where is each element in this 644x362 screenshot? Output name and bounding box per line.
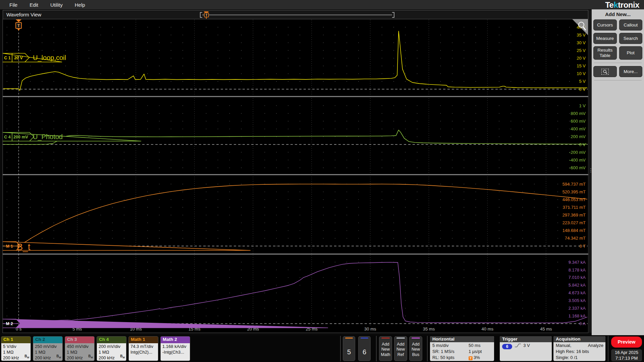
sidebar-button-search[interactable]: Search [619,33,643,44]
add-new-bus-button[interactable]: AddNewBus [409,336,422,361]
grid-dot [229,238,230,239]
grid-dot [288,121,288,122]
grid-dot [475,230,476,231]
grid-dot [241,73,242,74]
grid-dot [405,121,406,122]
grid-dot [511,58,511,59]
grid-dot [300,262,300,262]
grid-dot [464,246,464,246]
grid-dot [417,66,418,66]
grid-dot [405,35,406,35]
channel-badge-ch4[interactable]: Ch 4200 mV/div1 MΩ200 kHzBW [97,336,126,361]
grid-dot [335,105,335,106]
grid-dot [241,27,242,27]
grid-dot [499,199,499,200]
grid-dot [30,223,31,223]
more-button[interactable]: More... [619,66,643,77]
grid-dot [534,113,535,114]
grid-dot [511,136,511,137]
sidebar-button-results-table[interactable]: Results Table [593,46,617,60]
grid-dot [557,277,558,278]
bottombar-divider [608,336,608,361]
y-tick-ch1: 10 V [577,71,586,76]
grid-dot [276,246,277,246]
grid-dot [464,58,464,59]
grid-dot [100,152,101,153]
preview-button[interactable]: Preview [611,337,642,348]
grid-dot [405,191,406,192]
grid-dot [42,191,43,192]
probe-button-6[interactable]: 6 [358,336,371,361]
sidebar-button-plot[interactable]: Plot [619,46,643,60]
menu-file[interactable]: File [5,2,22,8]
grid-dot [475,269,476,270]
record-view-left-bracket[interactable] [200,12,202,17]
grid-dot [346,73,347,74]
grid-dot [159,316,160,316]
grid-dot [475,81,476,82]
grid-dot [112,269,113,270]
grid-dot [171,121,171,122]
grid-dot [358,81,359,82]
grid-dot [124,238,124,239]
channel-badge-math1[interactable]: Math 174.3 mT/divIntg(Ch2)... [128,336,158,361]
grid-dot [522,215,523,216]
channel-badge-ch3[interactable]: Ch 3450 mV/div1 MΩ200 kHzBW [65,336,95,361]
sidebar-button-cursors[interactable]: Cursors [593,19,617,31]
grid-dot [42,262,43,262]
zoom-select-button[interactable] [593,66,617,77]
grid-dot [171,144,171,145]
menu-utility[interactable]: Utility [46,2,67,8]
grid-dot [569,66,570,66]
menu-help[interactable]: Help [70,2,90,8]
grid-dot [42,184,43,184]
grid-dot [464,215,464,216]
record-view-scrollbar[interactable]: T [195,10,403,19]
panel-splitter-grip[interactable]: ⋮ [588,10,592,333]
y-tick-m1: 148.684 mT [562,228,586,233]
channel-badge-math2[interactable]: Math 21.168 kA/div-Intg(Ch3... [160,336,190,361]
grid-dot [323,43,324,43]
grid-dot [511,277,511,278]
channel-badge-ch2[interactable]: Ch 2250 mV/div1 MΩ200 kHzBW [33,336,63,361]
menu-edit[interactable]: Edit [25,2,43,8]
grid-dot [112,129,113,129]
grid-dot [534,207,535,208]
grid-dot [405,269,406,270]
grid-dot [182,215,183,216]
grid-dot [276,215,277,216]
grid-dot [475,35,476,35]
grid-dot [323,207,324,208]
grid-dot [89,223,89,223]
grid-dot [264,152,265,153]
add-new-math-button[interactable]: AddNewMath [379,336,392,361]
channel-badge-ch1[interactable]: Ch 15 V/div1 MΩ200 kHzBW [1,336,31,361]
record-view-right-bracket[interactable] [392,12,394,17]
grid-dot [159,73,160,74]
grid-dot [405,199,406,200]
grid-dot [7,50,7,51]
grid-dot [440,199,441,200]
sidebar-heading: Add New... [593,11,642,17]
grid-dot [499,89,499,89]
grid-dot [7,35,7,35]
add-new-ref-button[interactable]: AddNewRef [394,336,407,361]
sidebar-button-measure[interactable]: Measure [593,33,617,44]
grid-dot [475,129,476,129]
grid-dot [182,168,183,168]
grid-dot [475,184,476,184]
sidebar-button-callout[interactable]: Callout [619,19,643,31]
acquisition-panel[interactable]: Acquisition Manual,AnalyzeHigh Res: 16 b… [553,336,605,361]
horizontal-panel[interactable]: Horizontal 5 ms/div50 msSR: 1 MS/s1 µs/p… [430,336,494,361]
grid-dot [335,223,335,223]
grid-dot [534,89,535,89]
grid-dot [382,238,382,239]
grid-dot [464,73,464,74]
trigger-panel[interactable]: Trigger 6 3 V [500,336,552,361]
probe-button-5[interactable]: 5 [343,336,355,361]
grid-dot [569,27,570,27]
grid-dot [241,58,242,59]
grid-dot [171,262,171,262]
grid-dot [30,136,31,137]
grid-dot [382,113,382,114]
